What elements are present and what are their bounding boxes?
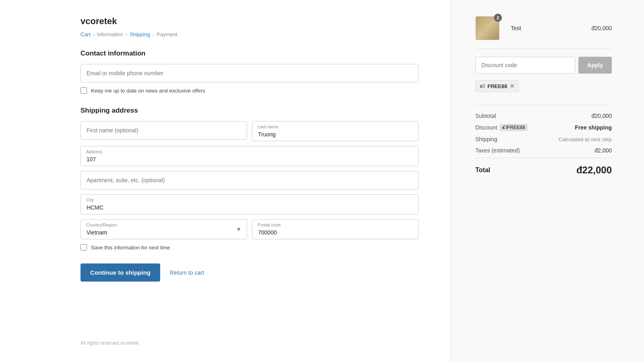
discount-input-row: Apply <box>475 57 612 74</box>
apartment-group <box>80 171 419 189</box>
taxes-value: đ2,000 <box>594 147 612 154</box>
right-panel: 2 Test đ20,000 Apply 🏷 FREE88 ✕ Subtotal… <box>451 0 644 362</box>
last-name-wrapper: Last name <box>252 121 419 141</box>
save-info-row: Save this information for next time <box>80 244 419 251</box>
discount-tag-code: FREE88 <box>487 83 507 89</box>
country-select[interactable]: Vietnam <box>80 219 247 239</box>
separator-3: › <box>153 31 154 37</box>
newsletter-checkbox[interactable] <box>80 87 87 94</box>
discount-label: Discount <box>475 124 497 131</box>
shipping-row: Shipping Calculated at next step <box>475 134 612 145</box>
save-info-checkbox[interactable] <box>80 244 87 251</box>
product-price: đ20,000 <box>591 25 612 31</box>
shipping-section-title: Shipping address <box>80 107 419 115</box>
breadcrumb-shipping[interactable]: Shipping <box>130 31 150 37</box>
discount-value: Free shipping <box>575 124 612 131</box>
postal-input[interactable] <box>252 219 419 239</box>
email-input[interactable] <box>80 64 419 82</box>
breadcrumb-payment: Payment <box>157 31 177 37</box>
total-value: đ22,000 <box>576 165 612 176</box>
product-row: 2 Test đ20,000 <box>475 16 612 49</box>
remove-discount-icon[interactable]: ✕ <box>510 83 514 89</box>
last-name-group: Last name <box>252 121 419 141</box>
discount-label-wrapper: Discount 🏷 FREE88 <box>475 124 528 131</box>
breadcrumb: Cart › Information › Shipping › Payment <box>80 31 419 37</box>
discount-code-badge: 🏷 FREE88 <box>500 124 527 131</box>
shipping-value: Calculated at next step <box>559 136 612 142</box>
shipping-section: Shipping address Last name Address <box>80 107 419 254</box>
footer-text: All rights reserved vcoretek <box>80 324 419 346</box>
return-button[interactable]: Return to cart <box>170 269 204 276</box>
contact-section-title: Contact information <box>80 49 419 58</box>
city-group: City <box>80 194 419 214</box>
store-name: vcoretek <box>80 16 419 27</box>
product-image-wrapper: 2 <box>475 16 500 40</box>
total-row: Total đ22,000 <box>475 158 612 176</box>
subtotal-row: Subtotal đ20,000 <box>475 110 612 121</box>
country-postal-row: Country/Region Vietnam ▼ Postal code <box>80 219 419 239</box>
discount-tag: 🏷 FREE88 ✕ <box>475 80 519 92</box>
first-name-input[interactable] <box>80 121 247 140</box>
discount-input[interactable] <box>475 57 575 74</box>
address-input[interactable] <box>80 146 419 166</box>
newsletter-label: Keep me up to date on news and exclusive… <box>91 88 205 94</box>
separator-1: › <box>93 31 95 37</box>
discount-badge-icon: 🏷 <box>502 125 507 130</box>
breadcrumb-information: Information <box>97 31 123 37</box>
summary-divider-1 <box>475 105 612 105</box>
country-group: Country/Region Vietnam ▼ <box>80 219 247 239</box>
product-badge: 2 <box>494 14 502 22</box>
postal-group: Postal code <box>252 219 419 239</box>
address-wrapper: Address <box>80 146 419 166</box>
separator-2: › <box>126 31 127 37</box>
product-name: Test <box>511 25 521 31</box>
subtotal-label: Subtotal <box>475 113 496 119</box>
name-row: Last name <box>80 121 419 141</box>
city-wrapper: City <box>80 194 419 214</box>
taxes-row: Taxes (estimated) đ2,000 <box>475 145 612 156</box>
left-panel: vcoretek Cart › Information › Shipping ›… <box>0 0 451 362</box>
email-group <box>80 64 419 82</box>
tag-icon: 🏷 <box>480 83 485 89</box>
shipping-label: Shipping <box>475 136 497 142</box>
discount-code-badge-text: FREE88 <box>507 125 525 130</box>
address-group: Address <box>80 146 419 166</box>
discount-row: Discount 🏷 FREE88 Free shipping <box>475 121 612 134</box>
subtotal-value: đ20,000 <box>591 113 612 119</box>
last-name-input[interactable] <box>252 121 419 141</box>
apartment-input[interactable] <box>80 171 419 189</box>
continue-button[interactable]: Continue to shipping <box>80 263 160 282</box>
product-info: 2 Test <box>475 16 591 40</box>
breadcrumb-cart[interactable]: Cart <box>80 31 91 37</box>
postal-wrapper: Postal code <box>252 219 419 239</box>
country-wrapper: Country/Region Vietnam ▼ <box>80 219 247 239</box>
save-info-label: Save this information for next time <box>91 245 170 251</box>
city-input[interactable] <box>80 194 419 214</box>
taxes-label: Taxes (estimated) <box>475 147 520 154</box>
apply-button[interactable]: Apply <box>578 57 612 74</box>
first-name-group <box>80 121 247 141</box>
total-label: Total <box>475 167 490 174</box>
action-row: Continue to shipping Return to cart <box>80 263 419 282</box>
newsletter-row: Keep me up to date on news and exclusive… <box>80 87 419 94</box>
